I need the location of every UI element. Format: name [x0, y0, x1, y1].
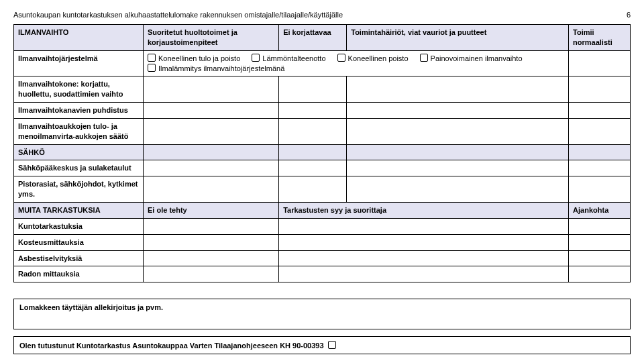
cell-input[interactable] [143, 103, 278, 119]
form-table: ILMANVAIHTO Suoritetut huoltotoimet ja k… [13, 24, 631, 282]
opt-koneellinen-tulo-poisto: Koneellinen tulo ja poisto [158, 54, 240, 62]
row-pistorasiat-label: Pistorasiat, sähköjohdot, kytkimet yms. [14, 176, 144, 203]
acknowledgement-box: Olen tutustunut Kuntotarkastus Asuntokau… [13, 336, 631, 354]
section-ilmanvaihto-heading: ILMANVAIHTO [14, 25, 144, 51]
row-kone-label: Ilmanvaihtokone: korjattu, huollettu, su… [14, 76, 144, 103]
cell-input[interactable] [279, 234, 569, 250]
cell-input[interactable] [569, 218, 631, 234]
row-aukot-label: Ilmanvaihtoaukkojen tulo- ja menoilmanvi… [14, 118, 144, 144]
col-ok: Toimii normaalisti [569, 25, 631, 51]
cell-input[interactable] [279, 76, 347, 103]
opt-ilmalammitys: Ilmalämmitys ilmanvaihtojärjestelmänä [158, 64, 284, 72]
cell-input[interactable] [347, 118, 569, 144]
cell-input[interactable] [279, 118, 347, 144]
signature-box[interactable]: Lomakkeen täyttäjän allekirjoitus ja pvm… [13, 299, 631, 329]
row-asbesti-label: Asbestiselvityksiä [14, 250, 144, 266]
checkbox-icon[interactable] [420, 54, 428, 62]
col-ajankohta: Ajankohta [569, 202, 631, 218]
cell-input[interactable] [143, 250, 278, 266]
cell-input[interactable] [279, 160, 347, 176]
row-kanavat-label: Ilmanvaihtokanavien puhdistus [14, 103, 144, 119]
cell-empty [569, 144, 631, 160]
cell-input[interactable] [569, 103, 631, 119]
cell-input[interactable] [569, 266, 631, 282]
opt-painovoimainen: Painovoimainen ilmanvaihto [431, 54, 523, 62]
checkbox-icon[interactable] [252, 54, 260, 62]
row-radon-label: Radon mittauksia [14, 266, 144, 282]
page-title: Asuntokaupan kuntotarkastuksen alkuhaast… [13, 11, 343, 19]
cell-input[interactable] [279, 176, 347, 203]
checkbox-icon[interactable] [148, 64, 156, 72]
col-no-fix: Ei korjattavaa [279, 25, 347, 51]
cell-empty [143, 144, 278, 160]
cell-empty [347, 144, 569, 160]
cell-input[interactable] [143, 160, 278, 176]
cell-input[interactable] [279, 266, 569, 282]
row-kosteus-label: Kosteusmittauksia [14, 234, 144, 250]
col-faults: Toimintahäiriöt, viat vauriot ja puuttee… [347, 25, 569, 51]
section-sahko-heading: SÄHKÖ [14, 144, 144, 160]
cell-input[interactable] [279, 103, 347, 119]
row-paakeskus-label: Sähköpääkeskus ja sulaketaulut [14, 160, 144, 176]
ack-text: Olen tutustunut Kuntotarkastus Asuntokau… [19, 342, 324, 350]
cell-input[interactable] [569, 76, 631, 103]
col-ei-ole-tehty: Ei ole tehty [143, 202, 278, 218]
cell-input[interactable] [143, 176, 278, 203]
opt-lammontalteenotto: Lämmöntalteenotto [262, 54, 325, 62]
cell-input[interactable] [569, 234, 631, 250]
cell-empty [279, 144, 347, 160]
cell-input[interactable] [569, 118, 631, 144]
cell-input[interactable] [347, 76, 569, 103]
cell-empty [569, 50, 631, 76]
cell-input[interactable] [143, 76, 278, 103]
cell-input[interactable] [279, 218, 569, 234]
cell-input[interactable] [347, 103, 569, 119]
cell-input[interactable] [569, 160, 631, 176]
row-jarjestelma-label: Ilmanvaihtojärjestelmä [14, 50, 144, 76]
cell-input[interactable] [569, 176, 631, 203]
checkbox-icon[interactable] [328, 341, 336, 349]
signature-label: Lomakkeen täyttäjän allekirjoitus ja pvm… [19, 303, 163, 311]
section-muita-heading: MUITA TARKASTUKSIA [14, 202, 144, 218]
page-number: 6 [627, 11, 631, 19]
cell-input[interactable] [143, 118, 278, 144]
checkbox-icon[interactable] [337, 54, 345, 62]
cell-input[interactable] [143, 218, 278, 234]
cell-input[interactable] [143, 266, 278, 282]
checkbox-icon[interactable] [148, 54, 156, 62]
cell-input[interactable] [347, 160, 569, 176]
opt-koneellinen-poisto: Koneellinen poisto [348, 54, 409, 62]
cell-input[interactable] [143, 234, 278, 250]
cell-input[interactable] [569, 250, 631, 266]
col-maintenance: Suoritetut huoltotoimet ja korjaustoimen… [143, 25, 278, 51]
cell-input[interactable] [347, 176, 569, 203]
cell-input[interactable] [279, 250, 569, 266]
jarjestelma-options: Koneellinen tulo ja poisto Lämmöntalteen… [143, 50, 568, 76]
row-kunto-label: Kuntotarkastuksia [14, 218, 144, 234]
col-syy-suorittaja: Tarkastusten syy ja suorittaja [279, 202, 569, 218]
